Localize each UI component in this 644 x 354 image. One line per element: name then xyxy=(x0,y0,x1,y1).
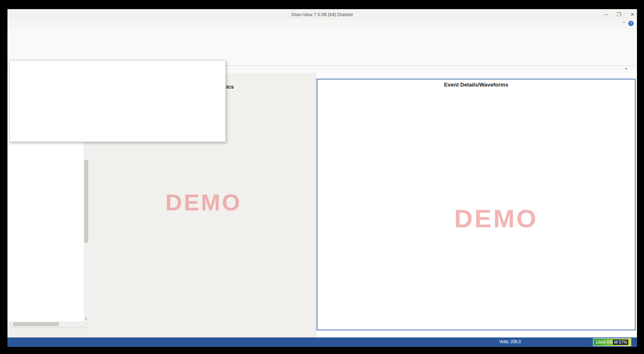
demo-watermark: DEMO xyxy=(165,189,242,216)
scroll-left-icon[interactable]: ‹ xyxy=(7,322,12,327)
bottom-tab-bar xyxy=(7,327,89,337)
window-title: Dran-View 7.5.08 (64) Dranetz xyxy=(7,12,637,17)
waveforms-title: Event Details/Waveforms xyxy=(317,82,635,88)
chevron-down-icon[interactable]: ▼ xyxy=(625,67,628,71)
scroll-down-icon[interactable]: ∨ xyxy=(84,316,89,321)
app-window: Dran-View 7.5.08 (64) Dranetz – ❐ ✕ ^ ? … xyxy=(7,9,637,347)
tree-horizontal-scrollbar[interactable]: ‹ › xyxy=(7,321,89,327)
ribbon-collapse-icon[interactable]: ^ xyxy=(623,21,625,26)
ribbon-tab-row xyxy=(7,20,637,30)
ram-usage-badge: Used RAM 57% xyxy=(593,338,631,346)
restore-button[interactable]: ❐ xyxy=(617,12,621,17)
chart-gallery-dropdown xyxy=(9,60,226,142)
waveforms-chart-panel[interactable]: Event Details/Waveforms DEMO xyxy=(317,79,636,330)
close-button[interactable]: ✕ xyxy=(630,12,634,17)
minimize-button[interactable]: – xyxy=(605,12,608,17)
scroll-right-icon[interactable]: › xyxy=(84,322,89,327)
demo-watermark: DEMO xyxy=(454,204,538,233)
help-icon[interactable]: ? xyxy=(628,21,634,26)
desktop-background: Dran-View 7.5.08 (64) Dranetz – ❐ ✕ ^ ? … xyxy=(0,0,644,354)
title-bar: Dran-View 7.5.08 (64) Dranetz – ❐ ✕ xyxy=(7,9,637,20)
status-bar: Volts: 206.0 Used RAM 57% xyxy=(7,337,637,347)
volts-readout: Volts: 206.0 xyxy=(499,340,521,344)
